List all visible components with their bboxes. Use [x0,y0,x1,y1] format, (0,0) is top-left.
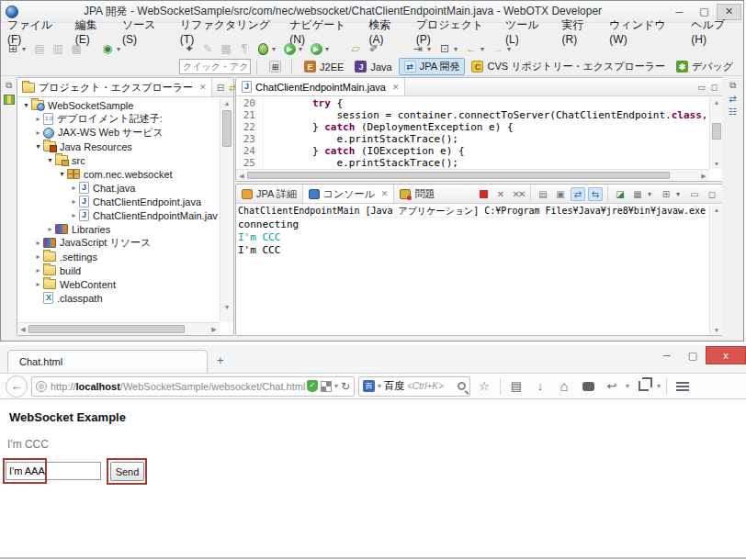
remove-launch-icon[interactable]: ✕ [493,187,508,201]
undo-caret[interactable]: ▾ [626,382,629,390]
security-shield-icon[interactable]: ✓ [307,380,318,392]
tree-item[interactable]: ▾Java Resources [17,140,220,153]
perspective-Java[interactable]: JJava [350,60,396,73]
save-all-icon[interactable]: ▥ [50,41,66,57]
home-icon[interactable]: ⌂ [554,376,574,397]
chat-message-input[interactable] [6,462,101,480]
close-editor-tab-icon[interactable]: ✕ [392,83,400,92]
tree-item[interactable]: ▸Chat.java [17,181,220,195]
minimized-view-icon[interactable] [4,95,15,105]
print-icon[interactable]: ▦ [68,41,85,57]
webotx-tool-caret[interactable]: ▾ [117,45,125,53]
tree-item[interactable]: ▾WebSocketSample [17,98,220,112]
debug-launch-icon[interactable] [254,41,271,57]
tree-item[interactable]: ▸Libraries [17,222,220,236]
tree-item[interactable]: ▸JAX-WS Web サービス [17,126,220,140]
tree-item[interactable]: ▸デプロイメント記述子: [17,112,220,126]
open-folder-icon[interactable]: ▱ [347,41,364,57]
perspective-CVS リポジトリー・エクスプローラー[interactable]: CCVS リポジトリー・エクスプローラー [467,59,670,74]
open-console-icon[interactable]: ⊞ [659,187,673,201]
jpa-structure-view-icon[interactable]: ⇄ [722,94,743,104]
browser-tab-chat[interactable]: Chat.html [7,350,208,373]
marker-pen-icon[interactable]: ✐ [366,41,382,57]
screenshot-crop-icon[interactable] [633,376,653,397]
console-tab-コンソール[interactable]: コンソール✕ [302,185,395,203]
tree-twistie-icon[interactable]: ▸ [45,225,55,233]
restore-pane-icon[interactable]: ⧉ [1,80,17,91]
word-wrap-icon[interactable]: ⇄ [571,187,585,201]
browser-close-button[interactable]: x [706,346,746,364]
webotx-tool-icon[interactable]: ◉ [99,41,116,57]
back-history-caret[interactable]: ▾ [480,45,489,53]
tree-twistie-icon[interactable]: ▸ [33,266,43,274]
console-tab-問題[interactable]: 問題 [394,185,440,203]
tree-item[interactable]: ▸JavaScript リソース [17,236,220,250]
tree-twistie-icon[interactable]: ▾ [21,101,31,109]
jpa-details-view-icon[interactable]: ☷ [722,106,743,117]
run-launch-icon[interactable]: ▶ [281,41,298,57]
close-explorer-icon[interactable]: ✕ [199,83,207,92]
tree-item[interactable]: ▸ChatClientEndpoint.java [17,195,220,208]
console-output[interactable]: connectingI'm CCCI'm CCC [236,218,709,335]
show-whitespace-icon[interactable]: ▦ [218,41,234,57]
editor-hscrollbar[interactable]: ◀ ▶ [236,169,709,181]
tree-twistie-icon[interactable]: ▾ [33,142,43,151]
tree-twistie-icon[interactable]: ▸ [33,280,43,288]
send-button[interactable]: Send [110,462,144,481]
mark-occurrences-icon[interactable]: ✎ [199,41,216,57]
save-icon[interactable]: ▤ [31,41,48,57]
externalize-strings-icon[interactable]: ✦ [181,41,198,57]
tree-item[interactable]: ▾com.nec.websocket [17,167,220,181]
forward-history-icon[interactable]: → [490,41,506,57]
perspective-J2EE[interactable]: EJ2EE [300,60,348,73]
reload-icon[interactable]: ↻ [341,380,350,393]
display-console-icon[interactable]: ▦ [630,187,645,201]
url-dropdown-caret[interactable]: ▾ [334,382,338,390]
console-maximize-icon[interactable]: ◻ [705,187,719,201]
new-wizard-icon[interactable]: ⊞ [5,41,21,57]
next-annotation-icon[interactable]: ⊡ [436,41,453,57]
tree-twistie-icon[interactable]: ▾ [57,170,67,178]
show-console-on-output-icon[interactable]: ⇆ [588,187,603,201]
tree-twistie-icon[interactable]: ▸ [33,129,43,137]
run-external-caret[interactable]: ▾ [325,45,333,53]
back-history-icon[interactable]: ← [463,41,480,57]
tree-item[interactable]: ▸ChatClientEndpointMain.jav [17,208,220,222]
console-vscrollbar[interactable]: ▲ ▼ [709,205,723,335]
tab-project-explorer[interactable]: プロジェクト・エクスプローラー ✕ [17,78,212,96]
next-annotation-caret[interactable]: ▾ [454,45,462,53]
reading-list-icon[interactable]: ▤ [506,376,526,397]
tree-item[interactable]: ▸.settings [17,250,220,263]
tree-twistie-icon[interactable]: ▸ [33,115,43,123]
tree-item[interactable]: .classpath [17,291,220,305]
search-bar[interactable]: 百 ▾ 百度 <Ctrl+K> [358,376,470,397]
menu-hamburger-icon[interactable] [673,376,693,397]
tree-item[interactable]: ▸build [17,263,220,277]
tree-twistie-icon[interactable]: ▸ [33,239,43,247]
run-launch-caret[interactable]: ▾ [299,45,307,53]
tree-twistie-icon[interactable]: ▸ [69,184,79,192]
editor-vscrollbar[interactable]: ▲ ▼ [709,97,723,169]
messages-icon[interactable] [578,376,598,397]
new-tab-button[interactable]: + [217,353,224,367]
debug-launch-caret[interactable]: ▾ [272,45,280,53]
tree-item[interactable]: ▾src [17,153,220,167]
code-area[interactable]: 20 try {21 session = container.connectTo… [236,97,709,169]
terminate-icon[interactable] [476,187,491,201]
tree-twistie-icon[interactable]: ▸ [33,252,43,261]
bookmark-star-icon[interactable]: ☆ [474,376,494,397]
clear-console-icon[interactable]: ▤ [536,187,550,201]
last-edit-location-icon[interactable]: ⇥ [410,41,426,57]
tree-twistie-icon[interactable]: ▾ [45,156,55,164]
console-minimize-icon[interactable]: ▭ [687,187,702,201]
tree-item[interactable]: ▸WebContent [17,277,220,291]
back-button[interactable]: ← [6,375,28,398]
explorer-hscrollbar[interactable]: ◀ ▶ [17,322,220,335]
quick-access-input[interactable] [179,59,251,74]
tree-twistie-icon[interactable]: ▸ [69,197,79,206]
close-console-tab-icon[interactable]: ✕ [381,189,389,198]
forward-history-caret[interactable]: ▾ [507,45,515,53]
new-wizard-caret[interactable]: ▾ [22,45,30,53]
remove-all-launches-icon[interactable]: ✕✕ [511,187,526,201]
open-console-caret[interactable]: ▾ [676,190,684,198]
